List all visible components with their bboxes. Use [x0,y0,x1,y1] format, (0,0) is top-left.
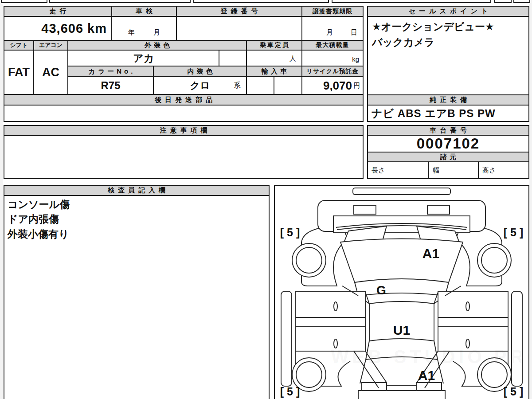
import-cell-right [274,76,302,95]
shift-header: シフト [4,40,34,51]
genuine-equipment-value: ナビ ABS エアB PS PW [367,105,529,122]
cutoff-cell [494,0,512,3]
exterior-color-value: アカ [67,50,219,66]
inspector-notes-header: 検査員記入欄 [4,185,270,196]
specs-header: 諸元 [367,152,529,162]
damage-diagram-panel: A1 G U1 A1 [ 5 ] [ 5 ] [ 5 ] [ 5 ] WEB S… [274,185,529,399]
recycle-amount: 9,070 [323,79,352,93]
chassis-number-header: 車台番号 [367,125,529,136]
tire-depth-rear-left: [ 5 ] [280,385,300,398]
front-bumper-strip [353,188,450,195]
transfer-docs-header: 譲渡書類期限 [301,6,364,17]
chassis-number-value: 0007102 [367,135,529,153]
cutoff-cell [1,0,47,3]
later-parts-header: 後日発送部品 [4,94,364,106]
bonnet-band [355,282,449,296]
interior-color-header: 内装色 [153,66,247,77]
damage-code-bonnet: G [376,283,386,297]
color-no-header: カラーNo. [67,66,154,77]
rear-right-lamp [417,383,442,391]
sales-point-line: バックカメラ [372,35,524,50]
genuine-equipment-header: 純正装備 [367,94,529,106]
mileage-header: 走行 [4,6,112,17]
auction-sheet-page: 走行 車検 登録番号 譲渡書類期限 43,606 km 年 月 月 日 シフト … [0,0,532,399]
transfer-docs-value: 月 日 [301,16,364,41]
capacity-value: 人 [246,50,302,66]
damage-code-roof: U1 [393,323,410,337]
cutoff-cell [193,0,329,3]
license-plate-recess [387,385,417,391]
interior-color-suffix: 系 [234,81,241,90]
notes-header: 注意事項欄 [4,125,364,136]
payload-header: 最大積載量 [301,40,364,51]
inspector-note-line: コンソール傷 [8,197,266,212]
tire-depth-front-left: [ 5 ] [280,226,300,239]
cutoff-cell [332,0,491,3]
import-cell-left [246,76,274,95]
damage-code-rear: A1 [418,368,435,383]
spec-height-cell: 高さ [478,161,529,179]
shaken-year-label: 年 [128,28,135,37]
right-door-panel [438,291,508,351]
tire-depth-front-right: [ 5 ] [504,226,523,239]
front-left-wheel [292,243,326,277]
sales-point-header: セールスポイント [367,6,529,17]
recycle-value: 9,070 円 [301,76,364,95]
windshield [340,239,463,283]
recycle-unit: 円 [353,82,360,90]
car-top-view-diagram: A1 G U1 A1 [ 5 ] [ 5 ] [ 5 ] [ 5 ] WEB S… [275,186,528,399]
spec-width-cell: 幅 [428,161,479,179]
interior-color-value: クロ 系 [153,76,247,95]
right-rocker-panel [512,291,522,386]
recycle-header: リサイクル預託金 [301,66,364,77]
cutoff-cell [513,0,530,3]
sales-point-body: ★オークションデビュー★ バックカメラ [367,16,529,95]
color-no-value: R75 [67,76,154,95]
sales-point-line: ★オークションデビュー★ [372,19,524,35]
shaken-header: 車検 [111,6,177,17]
notes-body [4,135,364,179]
transfer-day-label: 日 [351,28,357,37]
exterior-color-extra-cell [219,50,247,66]
front-right-wheel [477,243,511,277]
interior-color-text: クロ [190,79,210,92]
aircon-value: AC [33,50,68,95]
shaken-value: 年 月 [111,16,177,41]
rear-left-lamp [362,383,387,391]
left-door-panel [295,291,365,351]
aircon-header: エアコン [33,40,68,51]
spec-length-cell: 長さ [367,161,429,179]
capacity-header: 乗車定員 [246,40,302,51]
inspector-note-line: ドア内張傷 [8,212,266,227]
import-header: 輸入車 [246,66,302,77]
mileage-value: 43,606 km [4,16,112,41]
cutoff-cell [49,0,191,3]
transfer-month-label: 月 [326,28,333,37]
shaken-month-label: 月 [153,28,160,37]
left-rocker-panel [281,291,292,386]
tire-depth-rear-right: [ 5 ] [504,385,523,398]
inspector-notes-body: コンソール傷 ドア内張傷 外装小傷有り [4,195,270,399]
watermark-text: WEB STUDIO.PRO [331,346,528,367]
later-parts-value [4,105,364,122]
registration-header: 登録番号 [176,6,302,17]
payload-value: kg [301,50,364,66]
rear-bumper [358,391,445,399]
shift-value: FAT [4,50,34,95]
exterior-color-header: 外装色 [67,40,247,51]
inspector-note-line: 外装小傷有り [8,227,266,242]
registration-value [176,16,302,41]
roof-front-edge [358,296,445,304]
damage-code-windshield: A1 [422,246,439,261]
